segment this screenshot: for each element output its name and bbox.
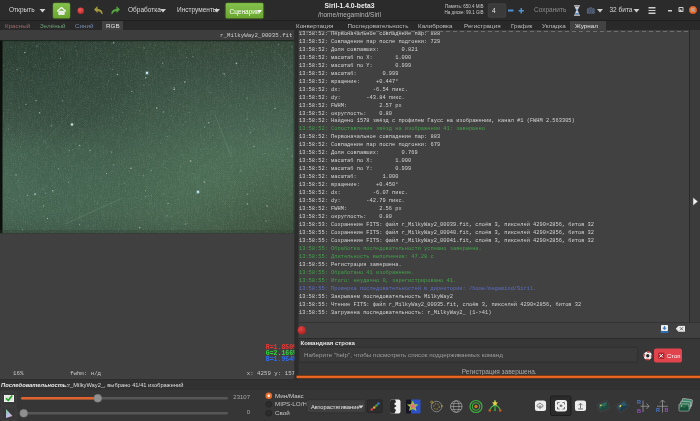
svg-text:R: R <box>656 407 660 413</box>
svg-text:B: B <box>665 407 669 413</box>
svg-text:R: R <box>637 399 641 405</box>
svg-text:B: B <box>637 408 641 414</box>
